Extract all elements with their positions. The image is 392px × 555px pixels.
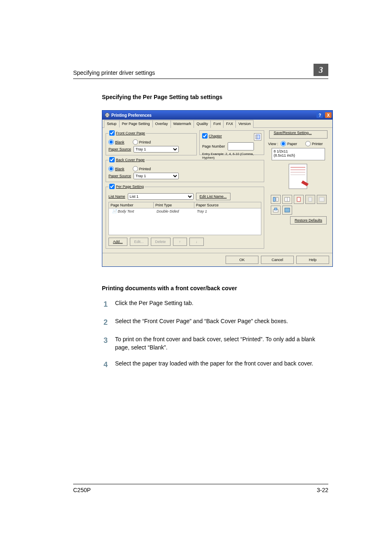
back-printed-radio[interactable] [133,166,138,171]
layout-icon-6[interactable] [271,206,281,215]
cancel-button[interactable]: Cancel [261,256,294,264]
chapter-page-number-label: Page Number [202,144,225,148]
layout-icon-row [267,195,329,204]
step-text: Select the paper tray loaded with the pa… [115,359,328,370]
layout-icon-3[interactable] [294,195,304,204]
dialog-titlebar: Printing Preferences ? X [102,111,332,120]
steps-list: 1Click the Per Page Setting tab. 2Select… [102,299,328,370]
front-cover-checkbox[interactable] [109,130,115,136]
step-text: Select the “Front Cover Page” and “Back … [115,317,328,328]
list-name-select[interactable]: List 1 [128,193,194,200]
tab-version[interactable]: Version [235,120,254,128]
tab-watermark[interactable]: Watermark [171,120,194,128]
layout-icon-4[interactable] [305,195,315,204]
list-name-label: List Name [108,194,125,199]
front-paper-source-label: Paper Source [108,147,131,151]
svg-rect-10 [273,197,275,201]
svg-rect-1 [106,113,108,114]
front-blank-radio[interactable] [108,139,114,145]
printing-preferences-dialog: Printing Preferences ? X Setup Per Page … [102,110,333,267]
back-cover-checkbox[interactable] [109,157,115,162]
per-page-checkbox[interactable] [109,184,115,189]
layout-icon-2[interactable] [282,195,292,204]
per-page-list-header: Page Number Print Type Paper Source [108,202,261,208]
svg-rect-5 [289,164,307,189]
dialog-title: Printing Preferences [111,113,316,118]
tab-quality[interactable]: Quality [194,120,211,128]
step-number: 4 [102,359,108,370]
layout-icon-1[interactable] [271,195,281,204]
edit-list-name-button[interactable]: Edit List Name... [196,193,231,200]
chapter-example: Entry Example: 2, 4, 6-10 (Comma, Hyphen… [202,152,261,160]
front-cover-group: Front Cover Page Blank Printed Paper Sou… [106,130,197,155]
section-title: Specifying the Per Page Setting tab sett… [102,94,328,100]
chapter-legend: Chapter [209,134,222,138]
svg-rect-19 [285,208,290,212]
tab-overlay[interactable]: Overlay [152,120,171,128]
chapter-page-number-input[interactable] [228,142,254,150]
breadcrumb: Specifying printer driver settings [73,69,155,76]
front-paper-source-select[interactable]: Tray 1 [134,146,179,153]
view-printer-radio[interactable] [305,141,311,146]
tab-font[interactable]: Font [210,120,224,128]
paper-size-box: 8 1/2x11 (8.5x11 inch) [272,148,325,160]
list-item[interactable]: 📄 Body Text Double-Sided Tray 1 [111,209,259,213]
front-printed-label: Printed [139,140,151,144]
svg-rect-2 [106,116,108,117]
view-paper-radio[interactable] [281,141,286,146]
tab-fax[interactable]: FAX [223,120,236,128]
chapter-icon [254,133,261,141]
tab-setup[interactable]: Setup [104,120,120,128]
back-cover-group: Back Cover Page Blank Printed Paper Sour… [106,157,264,182]
svg-rect-3 [257,135,260,139]
paper-preview [274,163,323,192]
step-text: To print on the front cover and back cov… [115,335,328,352]
layout-icon-7[interactable] [282,206,292,215]
back-cover-legend: Back Cover Page [116,158,145,162]
chapter-badge: 3 [314,64,328,76]
per-page-legend: Per Page Setting [116,185,144,189]
close-button[interactable]: X [325,112,332,118]
layout-icon-5[interactable] [317,195,327,204]
step-number: 1 [102,299,108,310]
view-label: View : [268,142,278,146]
step-number: 3 [102,335,108,352]
per-page-list[interactable]: 📄 Body Text Double-Sided Tray 1 [108,208,261,235]
step-number: 2 [102,317,108,328]
back-blank-radio[interactable] [108,166,114,171]
footer-left: C250P [73,487,91,493]
front-blank-label: Blank [115,140,125,144]
subheading: Printing documents with a front cover/ba… [102,285,328,291]
back-printed-label: Printed [139,167,151,171]
front-cover-legend: Front Cover Page [116,131,145,135]
svg-rect-16 [319,197,324,201]
chapter-checkbox[interactable] [202,133,208,139]
move-down-button[interactable]: ↓ [189,238,204,246]
tab-per-page-setting[interactable]: Per Page Setting [119,120,153,128]
tab-strip: Setup Per Page Setting Overlay Watermark… [102,120,332,128]
view-paper-label: Paper [287,142,297,146]
back-paper-source-select[interactable]: Tray 1 [134,173,179,179]
ok-button[interactable]: OK [226,256,258,264]
svg-rect-4 [256,135,257,139]
back-blank-label: Blank [115,167,125,171]
svg-rect-14 [297,197,300,201]
front-printed-radio[interactable] [133,139,138,145]
svg-rect-18 [274,208,277,210]
printer-icon [105,113,110,118]
help-button[interactable]: ? [316,112,323,118]
move-up-button[interactable]: ↑ [173,238,187,246]
edit-button[interactable]: Edit... [130,238,148,246]
svg-rect-15 [309,197,312,201]
add-button[interactable]: Add... [108,238,127,246]
step-text: Click the Per Page Setting tab. [115,299,328,310]
page-header: Specifying printer driver settings 3 [73,64,328,79]
view-printer-label: Printer [312,142,323,146]
save-restore-button[interactable]: Save/Restore Setting... [269,130,327,139]
restore-defaults-button[interactable]: Restore Defaults [290,216,327,224]
help-button-bottom[interactable]: Help [296,256,329,264]
delete-button[interactable]: Delete [151,238,171,246]
svg-rect-11 [276,197,278,201]
per-page-setting-group: Per Page Setting List Name List 1 Edit L… [106,184,264,249]
back-paper-source-label: Paper Source [108,174,131,178]
